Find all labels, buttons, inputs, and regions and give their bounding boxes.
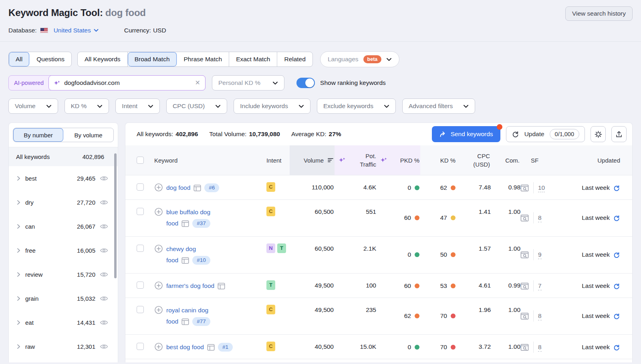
sf-link[interactable]: 10: [538, 184, 545, 192]
sidebar-group-can[interactable]: can 26,067: [9, 214, 118, 238]
eye-icon[interactable]: [100, 223, 108, 229]
col-pkd[interactable]: PKD %: [376, 145, 420, 175]
serp-features-icon[interactable]: [207, 344, 215, 351]
send-keywords-button[interactable]: Send keywords: [432, 126, 500, 142]
keyword-link[interactable]: farmer's dog food: [166, 280, 214, 292]
serp-preview-icon[interactable]: [520, 344, 529, 351]
col-volume[interactable]: Volume: [290, 145, 335, 175]
keyword-link[interactable]: chewy dog: [166, 243, 196, 255]
refresh-icon[interactable]: [613, 215, 620, 222]
all-keywords-group[interactable]: All keywords 402,896: [9, 147, 118, 166]
serp-preview-icon[interactable]: [520, 251, 529, 259]
refresh-icon[interactable]: [613, 344, 620, 351]
col-kd[interactable]: KD %: [420, 145, 456, 175]
database-selector[interactable]: United States: [37, 27, 99, 34]
row-checkbox[interactable]: [137, 282, 144, 289]
row-checkbox[interactable]: [137, 183, 144, 191]
sidebar-group-grain[interactable]: grain 15,032: [9, 286, 118, 310]
refresh-icon[interactable]: [613, 185, 620, 192]
rank-badge[interactable]: #10: [192, 256, 210, 265]
serp-features-icon[interactable]: [218, 283, 225, 290]
serp-features-icon[interactable]: [194, 185, 201, 191]
row-checkbox[interactable]: [137, 208, 144, 215]
expand-keyword-icon[interactable]: [154, 207, 163, 216]
eye-icon[interactable]: [100, 320, 108, 326]
sort-by-volume-button[interactable]: By volume: [63, 128, 113, 142]
serp-features-icon[interactable]: [181, 220, 189, 227]
filter-exclude-keywords[interactable]: Exclude keywords: [317, 99, 396, 114]
eye-icon[interactable]: [100, 199, 108, 205]
serp-preview-icon[interactable]: [520, 184, 529, 192]
tab-questions[interactable]: Questions: [30, 52, 71, 66]
row-checkbox[interactable]: [137, 245, 144, 252]
col-pot-traffic[interactable]: Pot. Traffic: [335, 145, 376, 175]
eye-icon[interactable]: [100, 175, 108, 181]
update-button[interactable]: Update 0/1,000: [506, 126, 585, 142]
expand-keyword-icon[interactable]: [154, 281, 163, 290]
keyword-link[interactable]: royal canin dog: [166, 305, 208, 316]
tab-all-keywords[interactable]: All Keywords: [78, 52, 128, 66]
settings-button[interactable]: [591, 126, 606, 142]
serp-features-icon[interactable]: [181, 318, 189, 325]
tab-phrase-match[interactable]: Phrase Match: [177, 52, 230, 66]
serp-preview-icon[interactable]: [520, 312, 529, 320]
rank-badge[interactable]: #6: [204, 183, 219, 192]
serp-features-icon[interactable]: [181, 257, 189, 264]
sidebar-group-eat[interactable]: eat 14,431: [9, 310, 118, 334]
keyword-link[interactable]: blue buffalo dog: [166, 207, 210, 218]
col-updated[interactable]: Updated: [556, 145, 621, 175]
sf-link[interactable]: 8: [538, 214, 542, 222]
row-checkbox[interactable]: [137, 343, 144, 350]
keyword-link[interactable]: best dog food: [166, 342, 204, 353]
rank-badge[interactable]: #1: [218, 343, 233, 352]
keyword-link[interactable]: food: [166, 255, 178, 266]
tab-exact-match[interactable]: Exact Match: [229, 52, 277, 66]
refresh-icon[interactable]: [613, 283, 620, 290]
keyword-link[interactable]: food: [166, 218, 178, 229]
serp-preview-icon[interactable]: [520, 282, 529, 290]
sidebar-group-dry[interactable]: dry 27,720: [9, 190, 118, 214]
eye-icon[interactable]: [100, 296, 108, 302]
keyword-link[interactable]: dog food: [166, 182, 190, 193]
sidebar-scrollbar[interactable]: [114, 153, 117, 278]
expand-keyword-icon[interactable]: [154, 342, 163, 351]
col-sf[interactable]: SF: [520, 145, 556, 175]
filter-volume[interactable]: Volume: [8, 99, 58, 114]
eye-icon[interactable]: [100, 344, 108, 350]
eye-icon[interactable]: [100, 271, 108, 278]
show-ranking-toggle[interactable]: [296, 78, 315, 88]
col-com[interactable]: Com.: [491, 145, 520, 175]
sort-by-number-button[interactable]: By number: [13, 128, 63, 142]
sf-link[interactable]: 8: [538, 343, 542, 352]
sidebar-group-free[interactable]: free 16,005: [9, 238, 118, 262]
refresh-icon[interactable]: [613, 313, 620, 320]
filter-cpc-usd[interactable]: CPC (USD): [166, 99, 227, 114]
expand-keyword-icon[interactable]: [154, 244, 163, 253]
tab-all[interactable]: All: [9, 52, 30, 66]
personal-kd-dropdown[interactable]: Personal KD %: [212, 75, 284, 90]
domain-input[interactable]: [64, 79, 191, 86]
filter-include-keywords[interactable]: Include keywords: [234, 99, 310, 114]
eye-icon[interactable]: [100, 247, 108, 253]
export-button[interactable]: [611, 126, 627, 142]
sidebar-group-raw[interactable]: raw 12,301: [9, 334, 118, 358]
tab-broad-match[interactable]: Broad Match: [128, 52, 177, 66]
view-search-history-button[interactable]: View search history: [565, 6, 633, 21]
sidebar-group-review[interactable]: review 15,720: [9, 262, 118, 286]
refresh-icon[interactable]: [613, 251, 620, 259]
keyword-link[interactable]: food: [166, 316, 178, 327]
sf-link[interactable]: 7: [538, 282, 542, 290]
rank-badge[interactable]: #77: [192, 317, 210, 326]
filter-intent[interactable]: Intent: [115, 99, 160, 114]
tab-related[interactable]: Related: [277, 52, 312, 66]
filter-kd[interactable]: KD %: [65, 99, 109, 114]
rank-badge[interactable]: #37: [192, 219, 210, 228]
clear-input-icon[interactable]: ✕: [195, 80, 200, 86]
sf-link[interactable]: 9: [538, 251, 542, 259]
select-all-checkbox[interactable]: [137, 157, 144, 164]
col-cpc[interactable]: CPC (USD): [456, 145, 491, 175]
expand-keyword-icon[interactable]: [154, 183, 163, 192]
filter-advanced-filters[interactable]: Advanced filters: [402, 99, 475, 114]
languages-dropdown[interactable]: Languages beta: [320, 51, 399, 67]
row-checkbox[interactable]: [137, 306, 144, 313]
